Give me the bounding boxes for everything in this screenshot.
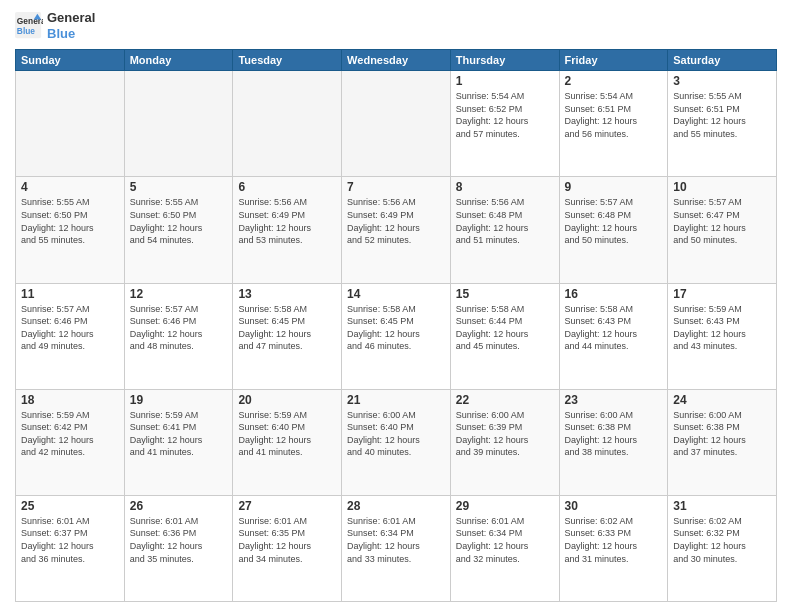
weekday-header-row: SundayMondayTuesdayWednesdayThursdayFrid… — [16, 50, 777, 71]
day-info: Sunrise: 5:58 AM Sunset: 6:43 PM Dayligh… — [565, 303, 663, 353]
calendar-cell-3-6: 16Sunrise: 5:58 AM Sunset: 6:43 PM Dayli… — [559, 283, 668, 389]
day-number: 10 — [673, 180, 771, 194]
day-number: 16 — [565, 287, 663, 301]
day-info: Sunrise: 6:00 AM Sunset: 6:38 PM Dayligh… — [673, 409, 771, 459]
day-info: Sunrise: 6:01 AM Sunset: 6:34 PM Dayligh… — [347, 515, 445, 565]
weekday-header-thursday: Thursday — [450, 50, 559, 71]
day-info: Sunrise: 5:59 AM Sunset: 6:43 PM Dayligh… — [673, 303, 771, 353]
calendar-cell-5-2: 26Sunrise: 6:01 AM Sunset: 6:36 PM Dayli… — [124, 495, 233, 601]
day-info: Sunrise: 5:58 AM Sunset: 6:44 PM Dayligh… — [456, 303, 554, 353]
calendar-cell-1-7: 3Sunrise: 5:55 AM Sunset: 6:51 PM Daylig… — [668, 71, 777, 177]
page: General Blue General Blue SundayMondayTu… — [0, 0, 792, 612]
calendar-week-2: 4Sunrise: 5:55 AM Sunset: 6:50 PM Daylig… — [16, 177, 777, 283]
calendar-cell-4-3: 20Sunrise: 5:59 AM Sunset: 6:40 PM Dayli… — [233, 389, 342, 495]
calendar-cell-1-6: 2Sunrise: 5:54 AM Sunset: 6:51 PM Daylig… — [559, 71, 668, 177]
weekday-header-wednesday: Wednesday — [342, 50, 451, 71]
day-number: 18 — [21, 393, 119, 407]
calendar-cell-3-1: 11Sunrise: 5:57 AM Sunset: 6:46 PM Dayli… — [16, 283, 125, 389]
day-info: Sunrise: 5:54 AM Sunset: 6:51 PM Dayligh… — [565, 90, 663, 140]
day-number: 12 — [130, 287, 228, 301]
day-info: Sunrise: 6:01 AM Sunset: 6:36 PM Dayligh… — [130, 515, 228, 565]
calendar-cell-1-3 — [233, 71, 342, 177]
calendar-cell-3-3: 13Sunrise: 5:58 AM Sunset: 6:45 PM Dayli… — [233, 283, 342, 389]
day-info: Sunrise: 5:59 AM Sunset: 6:40 PM Dayligh… — [238, 409, 336, 459]
weekday-header-monday: Monday — [124, 50, 233, 71]
calendar-cell-2-6: 9Sunrise: 5:57 AM Sunset: 6:48 PM Daylig… — [559, 177, 668, 283]
calendar-cell-4-7: 24Sunrise: 6:00 AM Sunset: 6:38 PM Dayli… — [668, 389, 777, 495]
day-number: 8 — [456, 180, 554, 194]
day-number: 11 — [21, 287, 119, 301]
day-number: 23 — [565, 393, 663, 407]
day-info: Sunrise: 5:55 AM Sunset: 6:51 PM Dayligh… — [673, 90, 771, 140]
day-info: Sunrise: 5:57 AM Sunset: 6:48 PM Dayligh… — [565, 196, 663, 246]
day-info: Sunrise: 5:57 AM Sunset: 6:46 PM Dayligh… — [130, 303, 228, 353]
day-number: 22 — [456, 393, 554, 407]
calendar-week-4: 18Sunrise: 5:59 AM Sunset: 6:42 PM Dayli… — [16, 389, 777, 495]
calendar-cell-1-1 — [16, 71, 125, 177]
day-info: Sunrise: 6:02 AM Sunset: 6:33 PM Dayligh… — [565, 515, 663, 565]
weekday-header-saturday: Saturday — [668, 50, 777, 71]
day-number: 13 — [238, 287, 336, 301]
day-info: Sunrise: 6:02 AM Sunset: 6:32 PM Dayligh… — [673, 515, 771, 565]
calendar-cell-2-2: 5Sunrise: 5:55 AM Sunset: 6:50 PM Daylig… — [124, 177, 233, 283]
day-number: 31 — [673, 499, 771, 513]
svg-text:Blue: Blue — [17, 26, 35, 36]
day-info: Sunrise: 5:56 AM Sunset: 6:49 PM Dayligh… — [347, 196, 445, 246]
header: General Blue General Blue — [15, 10, 777, 41]
weekday-header-sunday: Sunday — [16, 50, 125, 71]
logo: General Blue General Blue — [15, 10, 95, 41]
day-number: 5 — [130, 180, 228, 194]
day-number: 25 — [21, 499, 119, 513]
day-info: Sunrise: 6:00 AM Sunset: 6:40 PM Dayligh… — [347, 409, 445, 459]
day-info: Sunrise: 5:57 AM Sunset: 6:46 PM Dayligh… — [21, 303, 119, 353]
calendar-cell-3-2: 12Sunrise: 5:57 AM Sunset: 6:46 PM Dayli… — [124, 283, 233, 389]
calendar-cell-5-4: 28Sunrise: 6:01 AM Sunset: 6:34 PM Dayli… — [342, 495, 451, 601]
calendar-cell-5-5: 29Sunrise: 6:01 AM Sunset: 6:34 PM Dayli… — [450, 495, 559, 601]
day-info: Sunrise: 5:54 AM Sunset: 6:52 PM Dayligh… — [456, 90, 554, 140]
day-number: 1 — [456, 74, 554, 88]
calendar-cell-2-5: 8Sunrise: 5:56 AM Sunset: 6:48 PM Daylig… — [450, 177, 559, 283]
calendar-cell-4-4: 21Sunrise: 6:00 AM Sunset: 6:40 PM Dayli… — [342, 389, 451, 495]
calendar-cell-2-4: 7Sunrise: 5:56 AM Sunset: 6:49 PM Daylig… — [342, 177, 451, 283]
day-number: 29 — [456, 499, 554, 513]
day-number: 9 — [565, 180, 663, 194]
day-info: Sunrise: 5:55 AM Sunset: 6:50 PM Dayligh… — [130, 196, 228, 246]
day-number: 14 — [347, 287, 445, 301]
day-number: 21 — [347, 393, 445, 407]
logo-text: General Blue — [47, 10, 95, 41]
day-number: 15 — [456, 287, 554, 301]
day-number: 28 — [347, 499, 445, 513]
calendar-cell-4-6: 23Sunrise: 6:00 AM Sunset: 6:38 PM Dayli… — [559, 389, 668, 495]
calendar-cell-2-7: 10Sunrise: 5:57 AM Sunset: 6:47 PM Dayli… — [668, 177, 777, 283]
calendar-cell-3-5: 15Sunrise: 5:58 AM Sunset: 6:44 PM Dayli… — [450, 283, 559, 389]
calendar-cell-4-5: 22Sunrise: 6:00 AM Sunset: 6:39 PM Dayli… — [450, 389, 559, 495]
day-info: Sunrise: 6:01 AM Sunset: 6:35 PM Dayligh… — [238, 515, 336, 565]
day-info: Sunrise: 5:58 AM Sunset: 6:45 PM Dayligh… — [238, 303, 336, 353]
day-info: Sunrise: 6:00 AM Sunset: 6:38 PM Dayligh… — [565, 409, 663, 459]
calendar-cell-5-1: 25Sunrise: 6:01 AM Sunset: 6:37 PM Dayli… — [16, 495, 125, 601]
day-info: Sunrise: 5:59 AM Sunset: 6:42 PM Dayligh… — [21, 409, 119, 459]
calendar-week-1: 1Sunrise: 5:54 AM Sunset: 6:52 PM Daylig… — [16, 71, 777, 177]
calendar-cell-4-1: 18Sunrise: 5:59 AM Sunset: 6:42 PM Dayli… — [16, 389, 125, 495]
day-number: 6 — [238, 180, 336, 194]
weekday-header-tuesday: Tuesday — [233, 50, 342, 71]
day-number: 2 — [565, 74, 663, 88]
calendar-cell-1-2 — [124, 71, 233, 177]
day-info: Sunrise: 5:56 AM Sunset: 6:49 PM Dayligh… — [238, 196, 336, 246]
calendar-cell-1-5: 1Sunrise: 5:54 AM Sunset: 6:52 PM Daylig… — [450, 71, 559, 177]
day-number: 26 — [130, 499, 228, 513]
day-info: Sunrise: 5:56 AM Sunset: 6:48 PM Dayligh… — [456, 196, 554, 246]
day-number: 27 — [238, 499, 336, 513]
day-number: 3 — [673, 74, 771, 88]
day-info: Sunrise: 5:55 AM Sunset: 6:50 PM Dayligh… — [21, 196, 119, 246]
day-info: Sunrise: 6:00 AM Sunset: 6:39 PM Dayligh… — [456, 409, 554, 459]
day-number: 17 — [673, 287, 771, 301]
calendar-cell-5-3: 27Sunrise: 6:01 AM Sunset: 6:35 PM Dayli… — [233, 495, 342, 601]
calendar-cell-3-7: 17Sunrise: 5:59 AM Sunset: 6:43 PM Dayli… — [668, 283, 777, 389]
day-info: Sunrise: 5:59 AM Sunset: 6:41 PM Dayligh… — [130, 409, 228, 459]
calendar-cell-2-3: 6Sunrise: 5:56 AM Sunset: 6:49 PM Daylig… — [233, 177, 342, 283]
calendar-cell-2-1: 4Sunrise: 5:55 AM Sunset: 6:50 PM Daylig… — [16, 177, 125, 283]
day-info: Sunrise: 5:58 AM Sunset: 6:45 PM Dayligh… — [347, 303, 445, 353]
day-info: Sunrise: 5:57 AM Sunset: 6:47 PM Dayligh… — [673, 196, 771, 246]
day-number: 4 — [21, 180, 119, 194]
